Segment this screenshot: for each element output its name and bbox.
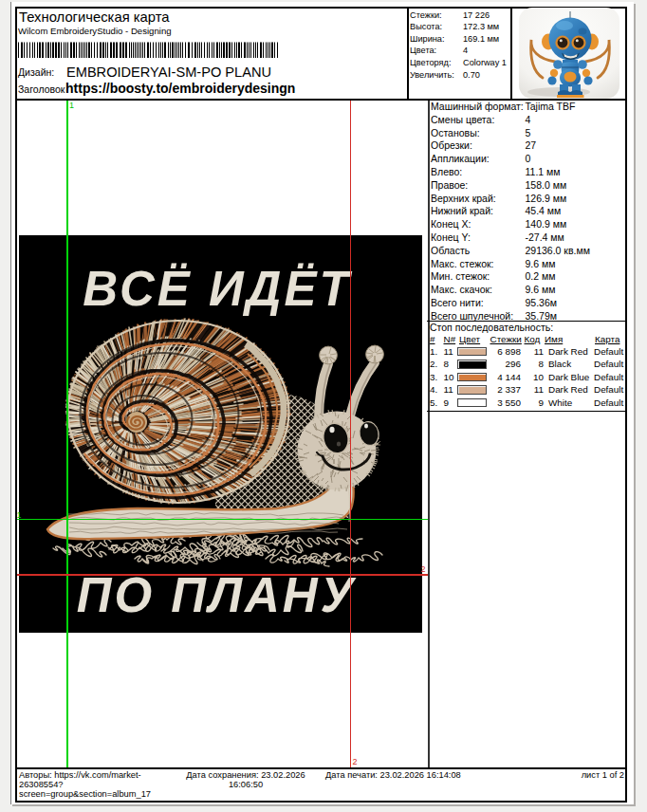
svg-text:ВСЁ ИДЁТ: ВСЁ ИДЁТ bbox=[83, 262, 352, 316]
svg-text:ПО ПЛАНУ: ПО ПЛАНУ bbox=[77, 568, 357, 622]
